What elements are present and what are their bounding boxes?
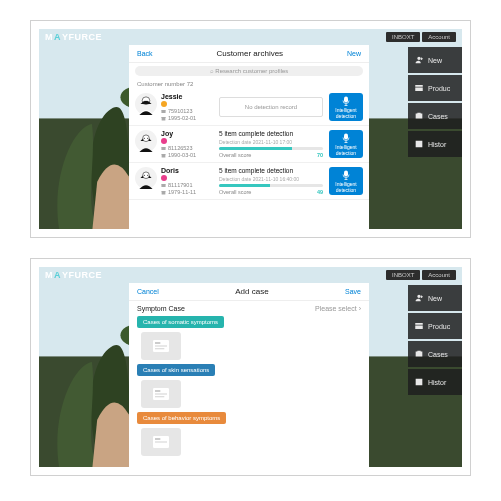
detection-date: Detection date 2021-11-10 17:00 [219, 139, 323, 145]
customer-row[interactable]: Joy 81126523 1990-03-01 5 item complete … [129, 126, 369, 163]
search-placeholder: Research customer profiles [215, 68, 288, 74]
score-label: Overall score [219, 189, 251, 195]
nav-item-cases[interactable]: Cases [408, 103, 462, 129]
brand-pre: M [45, 270, 53, 280]
chevron-right-icon: › [359, 305, 361, 312]
calendar-icon [161, 190, 166, 195]
add-case-modal: Cancel Add case Save Symptom Case Please… [129, 283, 369, 467]
row-left: Joy 81126523 1990-03-01 [135, 130, 213, 158]
svg-point-7 [144, 101, 145, 102]
topbar-right: INBOXT Account [386, 32, 456, 42]
nav-item-product[interactable]: Produc [408, 313, 462, 339]
top-bar: MAYFURCE INBOXT Account [39, 29, 462, 45]
detection-area: 5 item complete detection Detection date… [219, 130, 323, 158]
account-chip[interactable]: Account [422, 270, 456, 280]
phone-line: 81126523 [161, 145, 196, 151]
device-frame: MAYFURCE INBOXT Account New Produc Cases [39, 29, 462, 229]
nav-label: Cases [428, 113, 448, 120]
intelligent-detection-button[interactable]: Intelligent detection [329, 130, 363, 158]
account-chip[interactable]: Account [422, 32, 456, 42]
badges [161, 138, 196, 144]
back-button[interactable]: Back [137, 50, 153, 57]
plus-person-icon [414, 293, 424, 303]
phone: 81117901 [168, 182, 192, 188]
plus-person-icon [414, 55, 424, 65]
nav-item-history[interactable]: Histor [408, 369, 462, 395]
brand-logo: MAYFURCE [45, 32, 102, 42]
detection-button-label: Intelligent detection [329, 108, 363, 119]
brand-post: YFURCE [62, 270, 102, 280]
inbox-chip[interactable]: INBOXT [386, 32, 420, 42]
nav-item-product[interactable]: Produc [408, 75, 462, 101]
category-somatic[interactable]: Cases of somatic symptoms [137, 316, 224, 328]
dob: 1990-03-01 [168, 152, 196, 158]
search-icon: ⌕ [210, 68, 214, 74]
save-button[interactable]: Save [345, 288, 361, 295]
device-frame: MAYFURCE INBOXT Account New Produc Cases [39, 267, 462, 467]
cancel-button[interactable]: Cancel [137, 288, 159, 295]
detection-title: 5 item complete detection [219, 167, 323, 174]
product-icon [414, 321, 424, 331]
dob: 1979-11-11 [168, 189, 196, 195]
svg-rect-32 [155, 342, 160, 344]
row-left: Doris 81117901 1979-11-11 [135, 167, 213, 195]
top-bar: MAYFURCE INBOXT Account [39, 267, 462, 283]
customer-row[interactable]: Jessie 75910123 1995-02-01 No detection … [129, 89, 369, 126]
svg-point-21 [143, 172, 150, 179]
score-value: 49 [317, 189, 323, 195]
case-card[interactable] [141, 380, 181, 408]
svg-rect-12 [344, 97, 348, 103]
product-icon [414, 83, 424, 93]
row-meta: Joy 81126523 1990-03-01 [161, 130, 196, 158]
svg-rect-34 [155, 348, 164, 349]
category-skin[interactable]: Cases of skin sensations [137, 364, 215, 376]
nav-label: Histor [428, 379, 446, 386]
symptom-case-section[interactable]: Symptom Case Please select › [129, 301, 369, 316]
card-placeholder-icon [153, 388, 169, 400]
score-label: Overall score [219, 152, 251, 158]
case-categories: Cases of somatic symptoms Cases of skin … [129, 316, 369, 456]
history-icon [414, 139, 424, 149]
svg-point-22 [144, 175, 145, 176]
customer-count: Customer number 72 [129, 79, 369, 89]
search-input[interactable]: ⌕ Research customer profiles [135, 66, 363, 76]
svg-point-14 [143, 135, 150, 142]
avatar [135, 167, 157, 189]
nav-item-new[interactable]: New [408, 47, 462, 73]
customer-row[interactable]: Doris 81117901 1979-11-11 5 item complet… [129, 163, 369, 200]
intelligent-detection-button[interactable]: Intelligent detection [329, 167, 363, 195]
modal-title: Add case [235, 287, 268, 296]
calendar-icon [161, 153, 166, 158]
svg-rect-33 [155, 345, 167, 346]
score-line: Overall score70 [219, 152, 323, 158]
brand-accent: A [54, 32, 61, 42]
customer-name: Joy [161, 130, 196, 137]
new-button[interactable]: New [347, 50, 361, 57]
inbox-chip[interactable]: INBOXT [386, 270, 420, 280]
detection-button-label: Intelligent detection [329, 145, 363, 156]
detection-area: 5 item complete detection Detection date… [219, 167, 323, 195]
svg-point-16 [147, 138, 148, 139]
row-meta: Doris 81117901 1979-11-11 [161, 167, 196, 195]
nav-item-cases[interactable]: Cases [408, 341, 462, 367]
side-nav: New Produc Cases Histor [408, 47, 462, 157]
section-hint: Please select › [315, 305, 361, 312]
case-card[interactable] [141, 428, 181, 456]
case-card[interactable] [141, 332, 181, 360]
detection-icon [340, 95, 352, 107]
svg-rect-26 [344, 171, 348, 177]
category-behavior[interactable]: Cases of behavior symptoms [137, 412, 226, 424]
avatar [135, 93, 157, 115]
nav-item-new[interactable]: New [408, 285, 462, 311]
svg-rect-40 [155, 438, 160, 440]
detection-date: Detection date 2021-11-10 16:40:00 [219, 176, 323, 182]
customer-name: Jessie [161, 93, 196, 100]
nav-item-history[interactable]: Histor [408, 131, 462, 157]
modal-title: Customer archives [216, 49, 283, 58]
cases-icon [414, 349, 424, 359]
svg-point-8 [147, 101, 148, 102]
svg-rect-41 [155, 441, 167, 442]
intelligent-detection-button[interactable]: Intelligent detection [329, 93, 363, 121]
badges [161, 101, 196, 107]
customer-archives-modal: Back Customer archives New ⌕ Research cu… [129, 45, 369, 229]
